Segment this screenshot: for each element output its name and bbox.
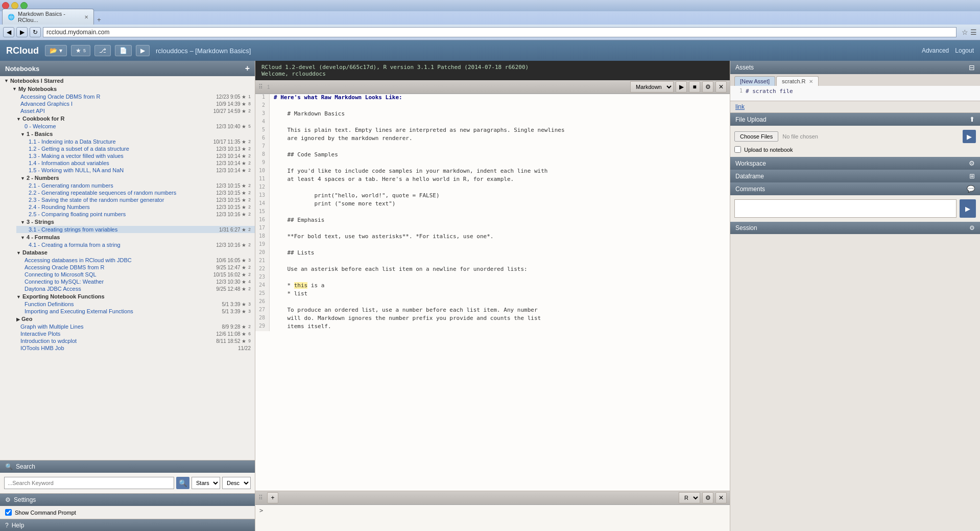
logout-btn[interactable]: Logout [955, 47, 974, 54]
list-item[interactable]: 3.1 - Creating strings from variables 1/… [16, 226, 255, 233]
list-item[interactable]: Importing and Executing External Functio… [12, 308, 255, 315]
console-options-btn[interactable]: ⚙ [702, 492, 713, 503]
choose-files-btn[interactable]: Choose Files [734, 131, 778, 142]
list-item[interactable]: 2.3 - Saving the state of the random num… [16, 196, 255, 203]
workspace-header[interactable]: Workspace ⚙ [730, 157, 980, 170]
list-item[interactable]: 0 - Welcome 12/3 10:40 ★5 [12, 123, 255, 130]
category-cookbook[interactable]: ▼ Cookbook for R [8, 114, 255, 123]
advanced-btn[interactable]: Advanced [922, 47, 949, 54]
grip-icon[interactable]: ⠿ [258, 494, 263, 501]
list-item[interactable]: Introduction to wdcplot 8/11 18:52 ★9 [8, 337, 255, 344]
list-item[interactable]: Advanced Graphics I 10/9 14:39 ★8 [8, 100, 255, 107]
cell-options-btn[interactable]: ⚙ [702, 81, 713, 93]
refresh-button[interactable]: ↻ [30, 27, 41, 37]
list-item[interactable]: Asset API 10/27 14:59 ★2 [8, 107, 255, 114]
list-item[interactable]: Function Definitions 5/1 3:39 ★3 [12, 301, 255, 308]
comments-header[interactable]: Comments 💬 [730, 182, 980, 195]
scratch-file-tab[interactable]: scratch.R ✕ [776, 76, 818, 86]
comment-send-btn[interactable]: ▶ [960, 199, 976, 218]
list-item[interactable]: Accessing databases in RCloud with JDBC … [12, 257, 255, 264]
console-lang-dropdown[interactable]: R [679, 492, 700, 503]
list-item[interactable]: 2.2 - Generating repeatable sequences of… [16, 189, 255, 196]
window-controls[interactable] [2, 2, 28, 9]
code-line: 27 To produce an ordered list, use a num… [255, 307, 730, 315]
help-section[interactable]: ? Help [0, 519, 255, 531]
section-label: Notebooks I Starred [10, 78, 64, 84]
code-line: 28 will do. Markdown ignores the number … [255, 315, 730, 323]
list-item[interactable]: Accessing Oracle DBMS from R 9/25 12:47 … [12, 264, 255, 271]
list-item[interactable]: 2.4 - Rounding Numbers 12/3 10:15 ★2 [16, 203, 255, 211]
add-notebook-btn[interactable]: + [245, 64, 250, 73]
list-item[interactable]: Connecting to MySQL: Weather 12/3 10:30 … [12, 278, 255, 285]
show-command-prompt-checkbox[interactable] [5, 509, 12, 516]
cell-close-btn[interactable]: ✕ [715, 81, 727, 93]
editor-content[interactable]: 1 # Here's what Raw Markdown Looks Like:… [255, 94, 730, 491]
search-submit-btn[interactable]: 🔍 [176, 477, 189, 489]
order-dropdown[interactable]: Desc [222, 477, 251, 489]
code-line: 29 items itself. [255, 323, 730, 331]
list-item[interactable]: 1.4 - Information about variables 12/3 1… [16, 159, 255, 167]
list-item[interactable]: Accessing Oracle DBMS from R 12/23 9:05 … [8, 93, 255, 100]
add-cell-btn[interactable]: + [267, 492, 278, 503]
browser-menu-btn[interactable]: ☰ [970, 28, 977, 36]
stop-btn[interactable]: ■ [689, 81, 700, 93]
console-input[interactable] [265, 507, 726, 514]
category-database[interactable]: ▼ Database [8, 248, 255, 257]
open-notebook-btn[interactable]: 📂▾ [45, 45, 67, 56]
link-text[interactable]: link [735, 103, 745, 110]
new-tab-button[interactable]: + [94, 15, 104, 25]
category-exporting[interactable]: ▼ Exporting Notebook Functions [8, 292, 255, 301]
browser-tab[interactable]: 🌐 Markdown Basics - RClou... ✕ [2, 9, 94, 25]
comments-title: Comments [735, 186, 765, 193]
back-button[interactable]: ◀ [3, 27, 14, 37]
no-file-label: No file chosen [782, 133, 818, 140]
star-btn[interactable]: ★5 [71, 45, 90, 56]
upload-go-btn[interactable]: ▶ [963, 130, 976, 143]
tab-close-btn[interactable]: ✕ [84, 14, 88, 20]
console-close-btn[interactable]: ✕ [715, 492, 727, 503]
comment-input[interactable] [734, 199, 957, 218]
dataframe-header[interactable]: Dataframe ⊞ [730, 170, 980, 182]
section-starred[interactable]: ▼ Notebooks I Starred [0, 77, 255, 85]
session-header[interactable]: Session ⚙ [730, 222, 980, 234]
bookmark-star-btn[interactable]: ☆ [962, 28, 968, 36]
list-item[interactable]: IOTools HMB Job 11/22 [8, 344, 255, 352]
category-formulas[interactable]: ▼ 4 - Formulas [12, 233, 255, 241]
sort-dropdown[interactable]: Stars [192, 477, 220, 489]
address-bar[interactable] [43, 27, 957, 37]
section-my-notebooks[interactable]: ▼ My Notebooks [4, 85, 255, 93]
list-item[interactable]: Graph with Multiple Lines 8/9 9:28 ★2 [8, 323, 255, 330]
file-upload-header[interactable]: File Upload ⬆ [730, 113, 980, 126]
list-item[interactable]: 1.5 - Working with NULL, NA and NaN 12/3… [16, 167, 255, 174]
forward-button[interactable]: ▶ [16, 27, 28, 37]
category-geo[interactable]: ▶ Geo [8, 315, 255, 323]
run-cell-btn[interactable]: ▶ [676, 81, 687, 93]
new-asset-tab[interactable]: [New Asset] [734, 76, 775, 86]
run-btn[interactable]: ▶ [136, 45, 150, 56]
list-item[interactable]: 2.1 - Generating random numbers 12/3 10:… [16, 182, 255, 189]
export-btn[interactable]: 📄 [115, 45, 132, 56]
tab-close-icon[interactable]: ✕ [809, 79, 813, 84]
settings-header[interactable]: ⚙ Settings [0, 494, 255, 506]
collapse-icon: ▼ [20, 132, 25, 137]
category-numbers[interactable]: ▼ 2 - Numbers [12, 174, 255, 182]
list-item[interactable]: Interactive Plots 12/6 11:08 ★6 [8, 330, 255, 337]
list-item[interactable]: Daytona JDBC Access 9/25 12:48 ★2 [12, 285, 255, 292]
list-item[interactable]: Connecting to Microsoft SQL 10/15 16:02 … [12, 271, 255, 278]
fork-btn[interactable]: ⎇ [94, 45, 111, 56]
code-line: 6 are ignored by the markdown renderer. [255, 135, 730, 143]
search-input[interactable] [4, 477, 174, 489]
grip-icon[interactable]: ⠿ [258, 83, 263, 90]
upload-to-notebook-checkbox[interactable] [734, 146, 741, 153]
mode-dropdown[interactable]: Markdown [630, 81, 674, 93]
category-strings[interactable]: ▼ 3 - Strings [12, 218, 255, 226]
list-item[interactable]: 4.1 - Creating a formula from a string 1… [16, 241, 255, 248]
list-item[interactable]: 1.2 - Getting a subset of a data structu… [16, 145, 255, 152]
list-item[interactable]: 2.5 - Comparing floating point numbers 1… [16, 211, 255, 218]
list-item[interactable]: 1.3 - Making a vector filled with values… [16, 152, 255, 159]
search-header[interactable]: 🔍 Search [0, 460, 255, 473]
help-label: Help [12, 522, 25, 529]
assets-collapse-icon[interactable]: ⊟ [969, 63, 975, 72]
category-basics[interactable]: ▼ 1 - Basics [12, 130, 255, 138]
list-item[interactable]: 1.1 - Indexing into a Data Structure 10/… [16, 138, 255, 145]
